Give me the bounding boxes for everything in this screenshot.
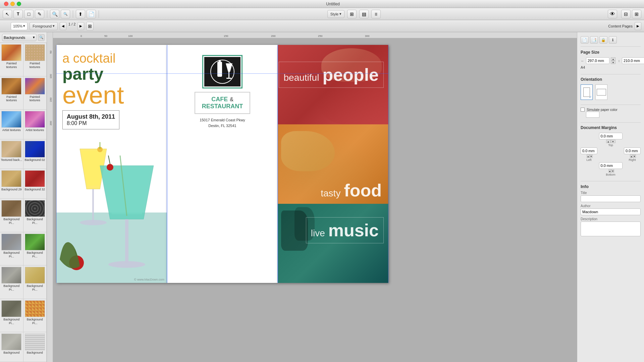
list-item[interactable]: Background Pi... xyxy=(23,265,47,299)
top-stepper[interactable]: ▲ ▼ xyxy=(606,140,615,143)
top-down[interactable]: ▼ xyxy=(611,140,615,143)
list-item[interactable]: Background 29 xyxy=(0,169,23,199)
item-label: Painted textures xyxy=(1,95,22,103)
left-down[interactable]: ▼ xyxy=(590,155,593,158)
guide-v xyxy=(388,45,388,283)
list-item[interactable]: Background Pi... xyxy=(0,232,23,266)
right-margin-input[interactable] xyxy=(624,147,641,154)
divider xyxy=(581,122,641,123)
left-margin-input[interactable] xyxy=(581,147,597,154)
list-item[interactable]: Painted textures xyxy=(23,43,47,76)
bottom-down[interactable]: ▼ xyxy=(611,169,614,173)
settings-icon[interactable]: ℹ xyxy=(609,36,617,44)
list-item[interactable]: Background Pi... xyxy=(23,232,47,266)
maximize-button[interactable] xyxy=(17,2,21,6)
simulate-checkbox[interactable] xyxy=(581,108,585,112)
zoom-display[interactable]: 105% ▾ xyxy=(11,22,28,30)
description-textarea[interactable] xyxy=(581,222,641,236)
search-button[interactable]: 🔍 xyxy=(38,34,45,41)
cocktail-svg xyxy=(56,139,167,283)
list-item[interactable]: Background 32 xyxy=(23,169,47,199)
share-tool[interactable]: ⬆ xyxy=(76,10,85,18)
grid-view-button[interactable]: ⊞ xyxy=(86,22,94,31)
ruler-mark-0: 0 xyxy=(80,35,82,38)
food-section: tasty food xyxy=(278,124,388,204)
pen-tool[interactable]: ✎ xyxy=(35,10,44,18)
portrait-option[interactable]: ✓ xyxy=(581,84,593,100)
layout-button[interactable]: ▤ xyxy=(359,10,369,18)
content-pages-expand[interactable]: ▶ xyxy=(635,22,641,30)
bottom-margin-input[interactable] xyxy=(599,162,623,169)
layer-dropdown[interactable]: Foreground ▾ xyxy=(30,22,58,30)
main-toolbar: ↖ T □ ✎ 🔍 🔍 ⬆ 📄 Style ▾ ⊞ ▤ ||| 👁 ⊟ ⊞ xyxy=(0,8,644,20)
zoom-in-tool[interactable]: 🔍 xyxy=(50,10,59,18)
right-up[interactable]: ▲ xyxy=(630,155,633,158)
list-item[interactable]: Background 02 xyxy=(23,139,47,169)
item-label: Background Pi... xyxy=(1,218,22,225)
author-input[interactable] xyxy=(581,208,641,215)
list-item[interactable]: Background xyxy=(23,332,47,362)
width-input[interactable] xyxy=(586,57,609,64)
next-page-button[interactable]: ▶ xyxy=(77,22,84,30)
list-item[interactable]: Background Pi... xyxy=(0,265,23,299)
prev-page-button[interactable]: ◀ xyxy=(60,22,66,30)
pages-icon[interactable]: 📑 xyxy=(590,36,598,44)
top-up[interactable]: ▲ xyxy=(606,140,611,143)
window-title: Untitled xyxy=(26,2,640,6)
width-up[interactable]: ▲ xyxy=(611,57,615,61)
close-button[interactable] xyxy=(4,2,8,6)
right-stepper[interactable]: ▲ ▼ xyxy=(630,155,635,158)
music-section: live music xyxy=(278,204,388,283)
pointer-tool[interactable]: ↖ xyxy=(3,10,12,18)
bottom-up[interactable]: ▲ xyxy=(608,169,611,173)
text-tool[interactable]: T xyxy=(13,10,23,18)
list-item[interactable]: Background Pi... xyxy=(0,299,23,333)
list-item[interactable]: Painted textures xyxy=(0,43,23,76)
list-item[interactable]: Background Pi... xyxy=(23,299,47,333)
item-label: Background Pi... xyxy=(1,318,22,325)
left-stepper[interactable]: ▲ ▼ xyxy=(587,155,591,158)
list-item[interactable]: Textured back... xyxy=(0,139,23,169)
top-margin-row: ▲ ▼ Top xyxy=(581,133,641,147)
cafe-restaurant: RESTAURANT xyxy=(202,103,243,110)
backgrounds-dropdown[interactable]: Backgrounds ▾ xyxy=(2,34,37,41)
paper-color-swatch[interactable] xyxy=(586,112,599,118)
width-stepper[interactable]: ▲ ▼ xyxy=(611,57,615,64)
grid-button[interactable]: ⊞ xyxy=(347,10,357,18)
item-label: Background Pi... xyxy=(1,251,22,258)
canvas-scroll-area[interactable]: a cocktail party event August 8th, 2011 … xyxy=(53,38,577,362)
window-controls: ⊟ ⊞ xyxy=(621,10,641,18)
list-item[interactable]: Artist textures xyxy=(23,110,47,139)
minimize-button[interactable] xyxy=(10,2,15,6)
rect-tool[interactable]: □ xyxy=(24,10,34,18)
barcode-button[interactable]: ||| xyxy=(371,10,381,18)
height-icon: ↕ xyxy=(618,59,620,63)
list-item[interactable]: Painted textures xyxy=(0,76,23,110)
style-dropdown[interactable]: Style ▾ xyxy=(327,10,344,18)
book-tool[interactable]: 📄 xyxy=(87,10,96,18)
right-down[interactable]: ▼ xyxy=(633,155,636,158)
left-up[interactable]: ▲ xyxy=(587,155,590,158)
list-item[interactable]: Background xyxy=(0,332,23,362)
bottom-stepper[interactable]: ▲ ▼ xyxy=(608,169,613,173)
landscape-option[interactable] xyxy=(595,84,607,100)
list-item[interactable]: Background Pi... xyxy=(0,199,23,232)
lock-icon[interactable]: 🔒 xyxy=(599,36,607,44)
list-item[interactable]: Painted textures xyxy=(23,76,47,110)
preview-button[interactable]: 👁 xyxy=(608,10,617,18)
zoom-out-tool[interactable]: 🔍 xyxy=(61,10,70,18)
page-icon[interactable]: 📄 xyxy=(581,36,589,44)
list-item[interactable]: Artist textures xyxy=(0,110,23,139)
list-item[interactable]: Background Pi... xyxy=(23,199,47,232)
margins-label: Document Margins xyxy=(581,125,641,130)
thumbnail xyxy=(1,170,21,187)
title-field: Title xyxy=(581,191,641,202)
top-margin-input[interactable] xyxy=(599,133,623,139)
width-down[interactable]: ▼ xyxy=(611,61,615,64)
author-field-label: Author xyxy=(581,204,641,208)
title-input[interactable] xyxy=(581,195,641,202)
inspector-toggle[interactable]: ⊞ xyxy=(632,10,641,18)
height-input[interactable] xyxy=(622,57,644,64)
bottom-label: Bottom xyxy=(606,173,615,176)
sidebar-toggle[interactable]: ⊟ xyxy=(621,10,631,18)
